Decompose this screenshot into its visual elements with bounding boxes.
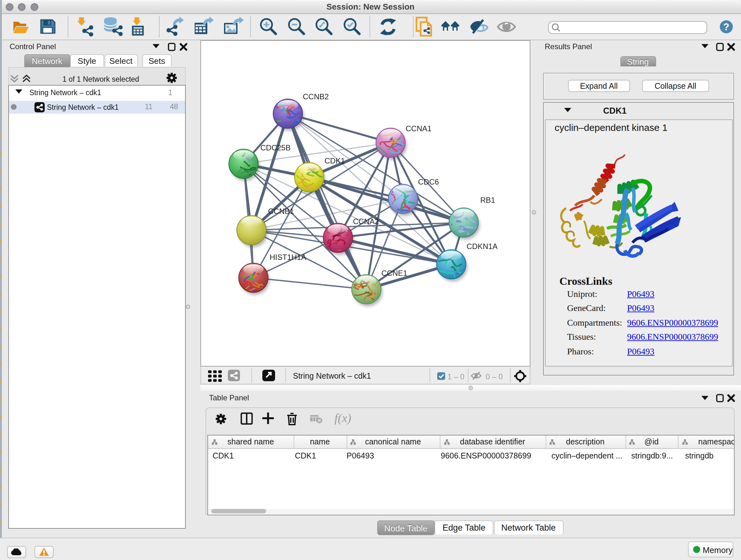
- svg-text:CDKN1A: CDKN1A: [467, 242, 497, 251]
- svg-text:CDK1: CDK1: [325, 157, 345, 165]
- svg-text:RB1: RB1: [480, 196, 495, 204]
- svg-text:CDC6: CDC6: [418, 178, 439, 186]
- svg-text:CCNA2: CCNA2: [353, 217, 379, 226]
- svg-text:?: ?: [724, 21, 730, 33]
- svg-text:CCNB1: CCNB1: [268, 207, 294, 215]
- svg-text:CDC25B: CDC25B: [260, 143, 291, 152]
- svg-text:CCNB2: CCNB2: [303, 92, 329, 101]
- svg-text:CCNA1: CCNA1: [406, 124, 431, 133]
- svg-text:CCNE1: CCNE1: [381, 269, 407, 277]
- svg-text:HIST1H1A: HIST1H1A: [270, 253, 307, 261]
